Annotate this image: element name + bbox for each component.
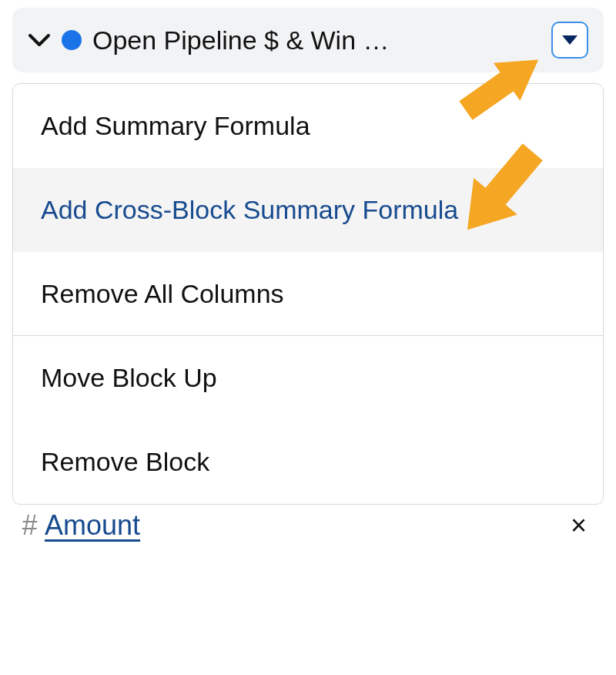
dropdown-trigger-button[interactable] [551,22,588,59]
menu-item-add-summary-formula[interactable]: Add Summary Formula [13,84,603,168]
dropdown-menu: Add Summary Formula Add Cross-Block Summ… [12,83,604,505]
menu-item-label: Add Cross-Block Summary Formula [41,195,458,224]
column-label: Amount [45,509,563,542]
close-icon[interactable]: × [571,509,594,542]
menu-item-move-block-up[interactable]: Move Block Up [13,336,603,420]
menu-item-label: Move Block Up [41,363,217,392]
menu-item-label: Remove Block [41,447,209,476]
menu-item-add-cross-block-summary-formula[interactable]: Add Cross-Block Summary Formula [13,168,603,252]
column-row[interactable]: # Amount × [8,505,608,542]
block-header: Open Pipeline $ & Win … [12,8,604,72]
number-icon: # [22,509,37,542]
menu-item-label: Add Summary Formula [41,111,310,140]
status-dot-icon [62,30,82,50]
menu-item-remove-block[interactable]: Remove Block [13,420,603,504]
chevron-down-icon[interactable] [28,32,51,48]
menu-item-remove-all-columns[interactable]: Remove All Columns [13,252,603,336]
block-title: Open Pipeline $ & Win … [92,25,541,55]
menu-item-label: Remove All Columns [41,279,284,308]
